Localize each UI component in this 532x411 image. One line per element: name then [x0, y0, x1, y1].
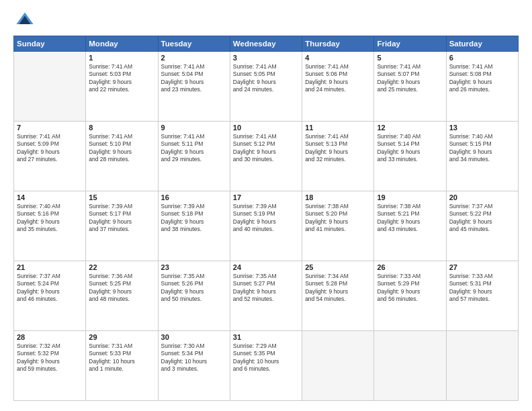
day-number: 3 [233, 54, 299, 62]
day-content: Sunrise: 7:31 AM Sunset: 5:33 PM Dayligh… [89, 342, 154, 373]
day-content: Sunrise: 7:32 AM Sunset: 5:32 PM Dayligh… [17, 342, 83, 373]
day-cell [302, 331, 374, 401]
day-cell: 18Sunrise: 7:38 AM Sunset: 5:20 PM Dayli… [302, 191, 374, 261]
day-cell: 19Sunrise: 7:38 AM Sunset: 5:21 PM Dayli… [374, 191, 446, 261]
day-cell: 1Sunrise: 7:41 AM Sunset: 5:03 PM Daylig… [86, 52, 158, 122]
day-number: 28 [17, 333, 83, 341]
header-cell-monday: Monday [86, 36, 158, 52]
header-cell-sunday: Sunday [14, 36, 86, 52]
day-number: 26 [377, 263, 443, 271]
day-number: 23 [161, 263, 227, 271]
day-content: Sunrise: 7:39 AM Sunset: 5:17 PM Dayligh… [89, 203, 154, 234]
day-number: 30 [161, 333, 227, 341]
day-number: 15 [89, 193, 154, 201]
day-content: Sunrise: 7:41 AM Sunset: 5:12 PM Dayligh… [233, 133, 299, 164]
day-number: 17 [233, 193, 299, 201]
day-cell: 6Sunrise: 7:41 AM Sunset: 5:08 PM Daylig… [446, 52, 518, 122]
day-cell: 20Sunrise: 7:37 AM Sunset: 5:22 PM Dayli… [446, 191, 518, 261]
day-cell: 11Sunrise: 7:41 AM Sunset: 5:13 PM Dayli… [302, 122, 374, 191]
day-content: Sunrise: 7:39 AM Sunset: 5:19 PM Dayligh… [233, 203, 299, 234]
day-number: 24 [233, 263, 299, 271]
header-cell-tuesday: Tuesday [158, 36, 230, 52]
day-cell: 25Sunrise: 7:34 AM Sunset: 5:28 PM Dayli… [302, 261, 374, 331]
day-number: 11 [305, 124, 371, 132]
day-content: Sunrise: 7:37 AM Sunset: 5:22 PM Dayligh… [449, 203, 515, 234]
day-content: Sunrise: 7:41 AM Sunset: 5:09 PM Dayligh… [17, 133, 83, 164]
day-content: Sunrise: 7:37 AM Sunset: 5:24 PM Dayligh… [17, 273, 83, 304]
day-cell: 13Sunrise: 7:40 AM Sunset: 5:15 PM Dayli… [446, 122, 518, 191]
page: SundayMondayTuesdayWednesdayThursdayFrid… [0, 0, 532, 411]
week-row-0: 1Sunrise: 7:41 AM Sunset: 5:03 PM Daylig… [14, 52, 519, 122]
day-content: Sunrise: 7:33 AM Sunset: 5:31 PM Dayligh… [449, 273, 515, 304]
day-content: Sunrise: 7:29 AM Sunset: 5:35 PM Dayligh… [233, 342, 299, 373]
day-content: Sunrise: 7:40 AM Sunset: 5:16 PM Dayligh… [17, 203, 83, 234]
day-number: 29 [89, 333, 154, 341]
day-number: 22 [89, 263, 154, 271]
day-number: 20 [449, 193, 515, 201]
week-row-2: 14Sunrise: 7:40 AM Sunset: 5:16 PM Dayli… [14, 191, 519, 261]
day-cell: 23Sunrise: 7:35 AM Sunset: 5:26 PM Dayli… [158, 261, 230, 331]
day-content: Sunrise: 7:41 AM Sunset: 5:08 PM Dayligh… [449, 63, 515, 94]
day-number: 5 [377, 54, 443, 62]
day-number: 4 [305, 54, 371, 62]
day-number: 7 [17, 124, 83, 132]
day-cell: 22Sunrise: 7:36 AM Sunset: 5:25 PM Dayli… [86, 261, 158, 331]
day-cell: 21Sunrise: 7:37 AM Sunset: 5:24 PM Dayli… [14, 261, 86, 331]
day-content: Sunrise: 7:41 AM Sunset: 5:04 PM Dayligh… [161, 63, 227, 94]
day-cell: 24Sunrise: 7:35 AM Sunset: 5:27 PM Dayli… [230, 261, 302, 331]
day-content: Sunrise: 7:41 AM Sunset: 5:11 PM Dayligh… [161, 133, 227, 164]
day-content: Sunrise: 7:41 AM Sunset: 5:05 PM Dayligh… [233, 63, 299, 94]
day-number: 18 [305, 193, 371, 201]
header-cell-friday: Friday [374, 36, 446, 52]
day-number: 13 [449, 124, 515, 132]
header-row: SundayMondayTuesdayWednesdayThursdayFrid… [14, 36, 519, 52]
day-number: 25 [305, 263, 371, 271]
day-number: 2 [161, 54, 227, 62]
day-number: 12 [377, 124, 443, 132]
week-row-3: 21Sunrise: 7:37 AM Sunset: 5:24 PM Dayli… [14, 261, 519, 331]
day-content: Sunrise: 7:34 AM Sunset: 5:28 PM Dayligh… [305, 273, 371, 304]
day-cell: 9Sunrise: 7:41 AM Sunset: 5:11 PM Daylig… [158, 122, 230, 191]
header-cell-wednesday: Wednesday [230, 36, 302, 52]
logo [13, 10, 34, 30]
day-content: Sunrise: 7:35 AM Sunset: 5:26 PM Dayligh… [161, 273, 227, 304]
day-content: Sunrise: 7:35 AM Sunset: 5:27 PM Dayligh… [233, 273, 299, 304]
day-content: Sunrise: 7:41 AM Sunset: 5:03 PM Dayligh… [89, 63, 154, 94]
day-cell: 5Sunrise: 7:41 AM Sunset: 5:07 PM Daylig… [374, 52, 446, 122]
day-number: 14 [17, 193, 83, 201]
day-cell: 14Sunrise: 7:40 AM Sunset: 5:16 PM Dayli… [14, 191, 86, 261]
day-cell: 15Sunrise: 7:39 AM Sunset: 5:17 PM Dayli… [86, 191, 158, 261]
day-content: Sunrise: 7:40 AM Sunset: 5:15 PM Dayligh… [449, 133, 515, 164]
day-number: 8 [89, 124, 154, 132]
day-cell: 31Sunrise: 7:29 AM Sunset: 5:35 PM Dayli… [230, 331, 302, 401]
day-content: Sunrise: 7:40 AM Sunset: 5:14 PM Dayligh… [377, 133, 443, 164]
day-cell [446, 331, 518, 401]
logo-icon [15, 10, 34, 29]
day-number: 16 [161, 193, 227, 201]
day-content: Sunrise: 7:30 AM Sunset: 5:34 PM Dayligh… [161, 342, 227, 373]
day-cell: 27Sunrise: 7:33 AM Sunset: 5:31 PM Dayli… [446, 261, 518, 331]
day-number: 10 [233, 124, 299, 132]
day-cell: 30Sunrise: 7:30 AM Sunset: 5:34 PM Dayli… [158, 331, 230, 401]
week-row-4: 28Sunrise: 7:32 AM Sunset: 5:32 PM Dayli… [14, 331, 519, 401]
day-content: Sunrise: 7:41 AM Sunset: 5:10 PM Dayligh… [89, 133, 154, 164]
day-cell: 4Sunrise: 7:41 AM Sunset: 5:06 PM Daylig… [302, 52, 374, 122]
day-number: 31 [233, 333, 299, 341]
day-cell: 3Sunrise: 7:41 AM Sunset: 5:05 PM Daylig… [230, 52, 302, 122]
day-cell: 26Sunrise: 7:33 AM Sunset: 5:29 PM Dayli… [374, 261, 446, 331]
header [13, 10, 519, 30]
day-number: 1 [89, 54, 154, 62]
day-cell: 12Sunrise: 7:40 AM Sunset: 5:14 PM Dayli… [374, 122, 446, 191]
day-content: Sunrise: 7:36 AM Sunset: 5:25 PM Dayligh… [89, 273, 154, 304]
day-cell: 17Sunrise: 7:39 AM Sunset: 5:19 PM Dayli… [230, 191, 302, 261]
day-number: 21 [17, 263, 83, 271]
calendar-table: SundayMondayTuesdayWednesdayThursdayFrid… [13, 36, 519, 401]
day-number: 27 [449, 263, 515, 271]
header-cell-thursday: Thursday [302, 36, 374, 52]
day-content: Sunrise: 7:41 AM Sunset: 5:06 PM Dayligh… [305, 63, 371, 94]
day-cell: 8Sunrise: 7:41 AM Sunset: 5:10 PM Daylig… [86, 122, 158, 191]
day-cell: 16Sunrise: 7:39 AM Sunset: 5:18 PM Dayli… [158, 191, 230, 261]
day-number: 19 [377, 193, 443, 201]
day-cell: 10Sunrise: 7:41 AM Sunset: 5:12 PM Dayli… [230, 122, 302, 191]
day-cell: 28Sunrise: 7:32 AM Sunset: 5:32 PM Dayli… [14, 331, 86, 401]
